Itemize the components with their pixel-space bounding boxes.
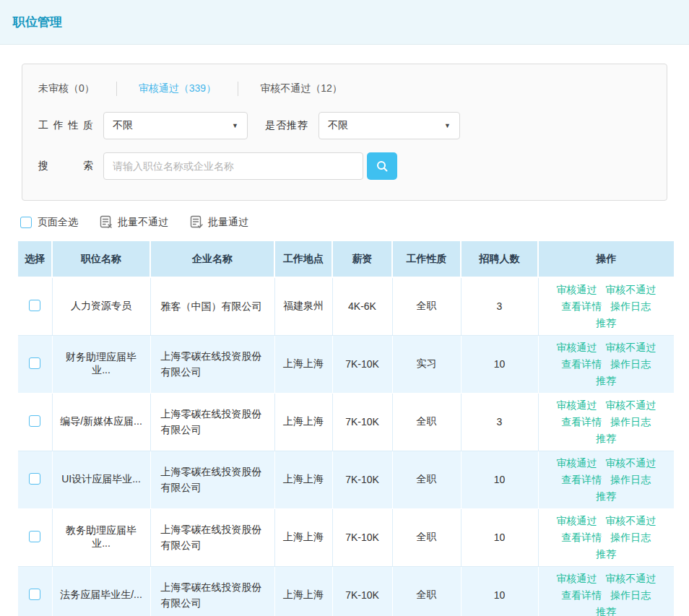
position-cell: 编导/新媒体应届... bbox=[52, 393, 150, 451]
company-cell: 上海零碳在线投资股份有限公司 bbox=[150, 451, 274, 508]
job-type-cell: 全职 bbox=[392, 566, 461, 616]
salary-cell: 7K-10K bbox=[332, 451, 392, 508]
table-row: 编导/新媒体应届... 上海零碳在线投资股份有限公司 上海上海 7K-10K 全… bbox=[18, 393, 674, 451]
operation-log-link[interactable]: 操作日志 bbox=[610, 472, 651, 488]
job-type-cell: 实习 bbox=[392, 335, 461, 393]
operation-log-link[interactable]: 操作日志 bbox=[610, 529, 651, 546]
col-job-type: 工作性质 bbox=[392, 241, 461, 277]
search-button[interactable] bbox=[367, 152, 397, 180]
reject-link[interactable]: 审核不通过 bbox=[605, 571, 656, 587]
row-checkbox[interactable] bbox=[29, 589, 40, 600]
location-cell: 上海上海 bbox=[274, 566, 332, 616]
table-row: 教务助理应届毕业... 上海零碳在线投资股份有限公司 上海上海 7K-10K 全… bbox=[18, 508, 674, 566]
tab-unreviewed[interactable]: 未审核（0） bbox=[38, 82, 95, 95]
recommend-select[interactable]: 不限 ▼ bbox=[318, 112, 460, 139]
view-detail-link[interactable]: 查看详情 bbox=[561, 414, 602, 430]
view-detail-link[interactable]: 查看详情 bbox=[561, 472, 602, 488]
tab-divider bbox=[116, 82, 117, 96]
headcount-cell: 10 bbox=[461, 508, 538, 566]
actions-cell: 审核通过审核不通过查看详情操作日志推荐 bbox=[538, 508, 674, 566]
approve-link[interactable]: 审核通过 bbox=[556, 339, 597, 356]
position-cell: UI设计应届毕业... bbox=[52, 451, 150, 508]
search-icon bbox=[376, 160, 389, 173]
view-detail-link[interactable]: 查看详情 bbox=[561, 356, 602, 373]
position-cell: 法务应届毕业生/... bbox=[52, 566, 150, 616]
view-detail-link[interactable]: 查看详情 bbox=[561, 587, 602, 604]
row-checkbox[interactable] bbox=[29, 415, 40, 427]
col-position: 职位名称 bbox=[52, 241, 150, 277]
operation-log-link[interactable]: 操作日志 bbox=[610, 298, 651, 315]
select-cell bbox=[18, 451, 52, 508]
reject-link[interactable]: 审核不通过 bbox=[605, 339, 656, 356]
recommend-link[interactable]: 推荐 bbox=[596, 488, 616, 505]
approve-link[interactable]: 审核通过 bbox=[556, 513, 597, 529]
salary-cell: 7K-10K bbox=[332, 566, 392, 616]
operation-log-link[interactable]: 操作日志 bbox=[610, 587, 651, 604]
location-cell: 上海上海 bbox=[274, 451, 332, 508]
approve-link[interactable]: 审核通过 bbox=[556, 455, 597, 472]
location-cell: 上海上海 bbox=[274, 335, 332, 393]
batch-reject-button[interactable]: 批量不通过 bbox=[100, 215, 168, 229]
search-label: 搜索 bbox=[38, 160, 93, 173]
select-all-control: 页面全选 bbox=[20, 216, 78, 229]
view-detail-link[interactable]: 查看详情 bbox=[561, 298, 602, 315]
recommend-link[interactable]: 推荐 bbox=[596, 604, 616, 616]
recommend-label: 是否推荐 bbox=[265, 119, 308, 132]
reject-link[interactable]: 审核不通过 bbox=[605, 282, 656, 298]
reject-link[interactable]: 审核不通过 bbox=[605, 397, 656, 414]
select-cell bbox=[18, 277, 52, 335]
job-type-cell: 全职 bbox=[392, 393, 461, 451]
actions-cell: 审核通过审核不通过查看详情操作日志推荐 bbox=[538, 335, 674, 393]
search-row: 搜索 bbox=[38, 152, 649, 180]
job-type-label: 工作性质 bbox=[38, 119, 93, 132]
operation-log-link[interactable]: 操作日志 bbox=[610, 414, 651, 430]
position-cell: 财务助理应届毕业... bbox=[52, 335, 150, 393]
col-headcount: 招聘人数 bbox=[461, 241, 538, 277]
filter-panel: 未审核（0） 审核通过（339） 审核不通过（12） 工作性质 不限 ▼ 是否推… bbox=[22, 64, 667, 201]
job-type-cell: 全职 bbox=[392, 277, 461, 335]
position-cell: 人力资源专员 bbox=[52, 277, 150, 335]
salary-cell: 4K-6K bbox=[332, 277, 392, 335]
search-input[interactable] bbox=[103, 152, 363, 180]
chevron-down-icon: ▼ bbox=[444, 122, 451, 129]
tab-divider bbox=[238, 82, 238, 96]
col-select: 选择 bbox=[18, 241, 52, 277]
approve-link[interactable]: 审核通过 bbox=[556, 282, 597, 298]
recommend-link[interactable]: 推荐 bbox=[596, 373, 616, 389]
approve-link[interactable]: 审核通过 bbox=[556, 397, 597, 414]
approve-link[interactable]: 审核通过 bbox=[556, 571, 597, 587]
tab-rejected[interactable]: 审核不通过（12） bbox=[260, 82, 342, 95]
table-row: 财务助理应届毕业... 上海零碳在线投资股份有限公司 上海上海 7K-10K 实… bbox=[18, 335, 674, 393]
company-cell: 雅客（中国）有限公司 bbox=[150, 277, 274, 335]
row-checkbox[interactable] bbox=[29, 300, 40, 311]
headcount-cell: 10 bbox=[461, 566, 538, 616]
table-header: 选择 职位名称 企业名称 工作地点 薪资 工作性质 招聘人数 操作 bbox=[18, 241, 674, 277]
recommend-link[interactable]: 推荐 bbox=[596, 315, 616, 331]
operation-log-link[interactable]: 操作日志 bbox=[610, 356, 651, 373]
headcount-cell: 10 bbox=[461, 451, 538, 508]
batch-approve-button[interactable]: 批量通过 bbox=[190, 215, 248, 229]
row-checkbox[interactable] bbox=[29, 357, 40, 369]
select-all-checkbox[interactable] bbox=[20, 217, 32, 228]
batch-approve-icon bbox=[190, 215, 203, 229]
batch-actions-row: 页面全选 批量不通过 批量通过 bbox=[20, 215, 689, 229]
reject-link[interactable]: 审核不通过 bbox=[605, 455, 656, 472]
reject-link[interactable]: 审核不通过 bbox=[605, 513, 656, 529]
job-type-select[interactable]: 不限 ▼ bbox=[103, 112, 248, 139]
col-actions: 操作 bbox=[538, 241, 674, 277]
filter-row: 工作性质 不限 ▼ 是否推荐 不限 ▼ bbox=[38, 112, 649, 139]
page-header: 职位管理 bbox=[0, 0, 689, 45]
recommend-link[interactable]: 推荐 bbox=[596, 546, 616, 563]
select-cell bbox=[18, 508, 52, 566]
tab-approved[interactable]: 审核通过（339） bbox=[139, 82, 216, 95]
batch-reject-label: 批量不通过 bbox=[118, 216, 168, 229]
actions-cell: 审核通过审核不通过查看详情操作日志推荐 bbox=[538, 566, 674, 616]
select-cell bbox=[18, 566, 52, 616]
recommend-link[interactable]: 推荐 bbox=[596, 430, 616, 447]
location-cell: 上海上海 bbox=[274, 508, 332, 566]
headcount-cell: 3 bbox=[461, 277, 538, 335]
row-checkbox[interactable] bbox=[29, 473, 40, 485]
table-body: 人力资源专员 雅客（中国）有限公司 福建泉州 4K-6K 全职 3 审核通过审核… bbox=[18, 277, 674, 616]
view-detail-link[interactable]: 查看详情 bbox=[561, 529, 602, 546]
row-checkbox[interactable] bbox=[29, 531, 40, 542]
